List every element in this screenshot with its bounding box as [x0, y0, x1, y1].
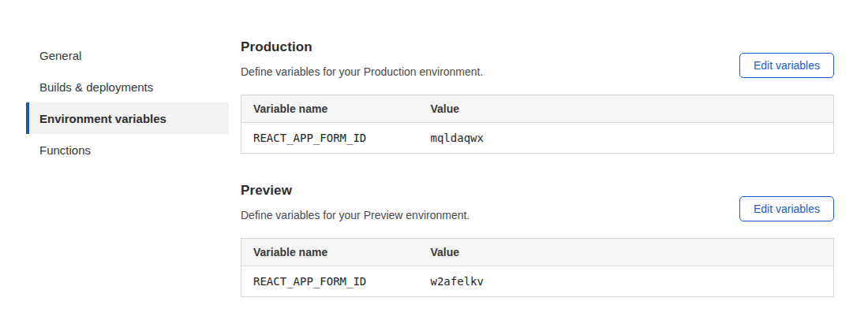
table-head: Variable name Value [241, 239, 834, 266]
table-head: Variable name Value [241, 95, 834, 123]
table-row: REACT_APP_FORM_ID mqldaqwx [241, 123, 834, 154]
production-variables-table: Variable name Value REACT_APP_FORM_ID mq… [241, 95, 834, 154]
sidebar-item-label: General [39, 49, 81, 62]
preview-section: Preview Define variables for your Previe… [241, 183, 834, 297]
production-section: Production Define variables for your Pro… [241, 39, 834, 154]
settings-sidebar: General Builds & deployments Environment… [26, 39, 229, 166]
preview-variables-table: Variable name Value REACT_APP_FORM_ID w2… [241, 238, 834, 297]
table-row: REACT_APP_FORM_ID w2afelkv [241, 266, 834, 297]
sidebar-item-label: Environment variables [39, 112, 166, 125]
variable-name-cell: REACT_APP_FORM_ID [241, 123, 419, 154]
sidebar-item-builds-deployments[interactable]: Builds & deployments [26, 71, 229, 102]
column-header-value: Value [419, 239, 834, 266]
environment-variables-content: Production Define variables for your Pro… [241, 39, 834, 297]
table-body: REACT_APP_FORM_ID mqldaqwx [241, 123, 834, 154]
preview-header-text: Preview Define variables for your Previe… [241, 183, 470, 221]
variable-value-cell: w2afelkv [419, 266, 834, 297]
column-header-value: Value [419, 95, 834, 123]
production-edit-variables-button[interactable]: Edit variables [739, 53, 834, 78]
column-header-variable-name: Variable name [241, 95, 419, 123]
preview-description: Define variables for your Preview enviro… [241, 209, 470, 221]
production-section-header: Production Define variables for your Pro… [241, 39, 834, 78]
sidebar-item-label: Builds & deployments [39, 80, 153, 94]
preview-section-header: Preview Define variables for your Previe… [241, 183, 834, 221]
production-title: Production [241, 39, 483, 55]
sidebar-item-general[interactable]: General [26, 39, 229, 71]
column-header-variable-name: Variable name [241, 239, 419, 266]
production-description: Define variables for your Production env… [241, 65, 483, 78]
variable-name-cell: REACT_APP_FORM_ID [241, 266, 419, 297]
production-header-text: Production Define variables for your Pro… [241, 39, 483, 78]
settings-page: General Builds & deployments Environment… [0, 0, 868, 297]
preview-title: Preview [241, 183, 470, 199]
sidebar-item-environment-variables[interactable]: Environment variables [26, 102, 229, 134]
preview-edit-variables-button[interactable]: Edit variables [739, 196, 834, 221]
sidebar-item-label: Functions [39, 143, 91, 157]
sidebar-item-functions[interactable]: Functions [26, 134, 229, 166]
variable-value-cell: mqldaqwx [419, 123, 834, 154]
table-header-row: Variable name Value [241, 239, 834, 266]
table-body: REACT_APP_FORM_ID w2afelkv [241, 266, 834, 297]
table-header-row: Variable name Value [241, 95, 834, 123]
